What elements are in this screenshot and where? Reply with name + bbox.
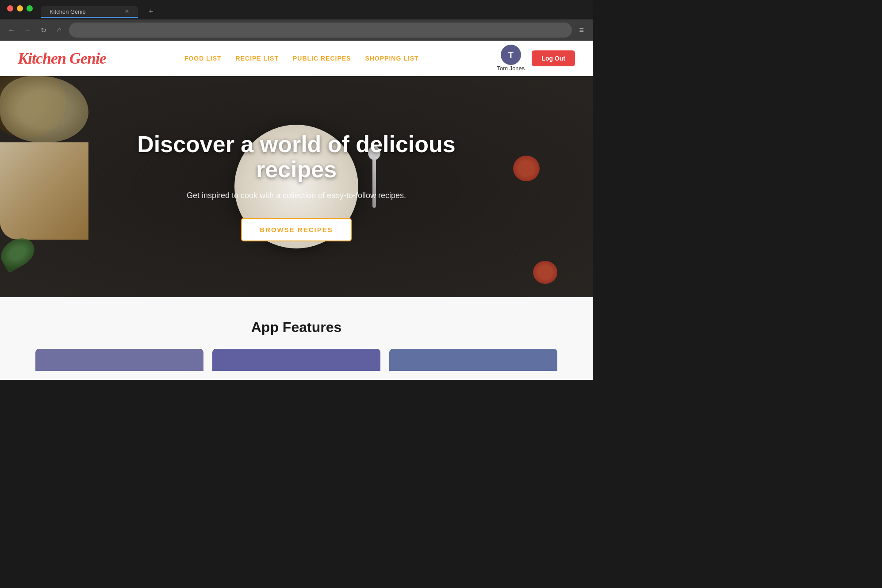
nav-food-list[interactable]: FOOD LIST <box>184 55 222 62</box>
browser-window: Kitchen Genie ✕ + ← → ↻ ⌂ ≡ Kitchen Geni… <box>0 0 593 380</box>
features-section: App Features <box>0 297 593 380</box>
browser-menu-button[interactable]: ≡ <box>575 24 587 37</box>
hero-title: Discover a world of delicious recipes <box>128 132 464 182</box>
feature-card-header-2 <box>212 349 380 371</box>
nav-public-recipes[interactable]: PUBLIC RECIPES <box>293 55 351 62</box>
site-nav: Kitchen Genie FOOD LIST RECIPE LIST PUBL… <box>0 41 593 76</box>
maximize-button[interactable] <box>27 5 33 11</box>
nav-links: FOOD LIST RECIPE LIST PUBLIC RECIPES SHO… <box>184 55 419 62</box>
active-tab[interactable]: Kitchen Genie ✕ <box>41 6 138 18</box>
traffic-lights <box>7 5 33 11</box>
feature-card-header-3 <box>389 349 557 371</box>
hero-subtitle: Get inspired to cook with a collection o… <box>128 191 464 200</box>
close-button[interactable] <box>7 5 13 11</box>
feature-card-header-1 <box>35 349 203 371</box>
nav-recipe-list[interactable]: RECIPE LIST <box>236 55 279 62</box>
reload-button[interactable]: ↻ <box>37 24 50 36</box>
tomato-decoration-2 <box>533 261 557 284</box>
avatar[interactable]: T <box>501 45 521 65</box>
feature-card-3 <box>389 349 557 371</box>
minimize-button[interactable] <box>17 5 23 11</box>
nav-user-area: T Tom Jones Log Out <box>497 45 575 72</box>
bread-decoration <box>0 142 88 240</box>
features-title: App Features <box>18 319 575 336</box>
user-name: Tom Jones <box>497 65 525 72</box>
hero-content: Discover a world of delicious recipes Ge… <box>119 132 473 241</box>
seeds-decoration <box>0 76 88 142</box>
tab-label: Kitchen Genie <box>50 8 86 15</box>
feature-card-2 <box>212 349 380 371</box>
tomato-decoration-1 <box>513 156 540 181</box>
hero-section: Discover a world of delicious recipes Ge… <box>0 76 593 297</box>
features-cards <box>18 349 575 371</box>
home-button[interactable]: ⌂ <box>53 24 65 36</box>
new-tab-button[interactable]: + <box>142 7 161 16</box>
browse-recipes-button[interactable]: BROWSE RECIPES <box>241 218 352 241</box>
address-bar[interactable] <box>69 23 572 38</box>
website-content: Kitchen Genie FOOD LIST RECIPE LIST PUBL… <box>0 41 593 380</box>
nav-shopping-list[interactable]: SHOPPING LIST <box>365 55 418 62</box>
logout-button[interactable]: Log Out <box>532 50 575 66</box>
browser-toolbar: ← → ↻ ⌂ ≡ <box>0 19 593 41</box>
user-info: T Tom Jones <box>497 45 525 72</box>
tab-close-icon[interactable]: ✕ <box>125 8 129 15</box>
feature-card-1 <box>35 349 203 371</box>
site-logo[interactable]: Kitchen Genie <box>18 49 106 68</box>
forward-button[interactable]: → <box>21 24 34 36</box>
tab-bar: Kitchen Genie ✕ + <box>0 0 593 19</box>
back-button[interactable]: ← <box>5 24 18 36</box>
